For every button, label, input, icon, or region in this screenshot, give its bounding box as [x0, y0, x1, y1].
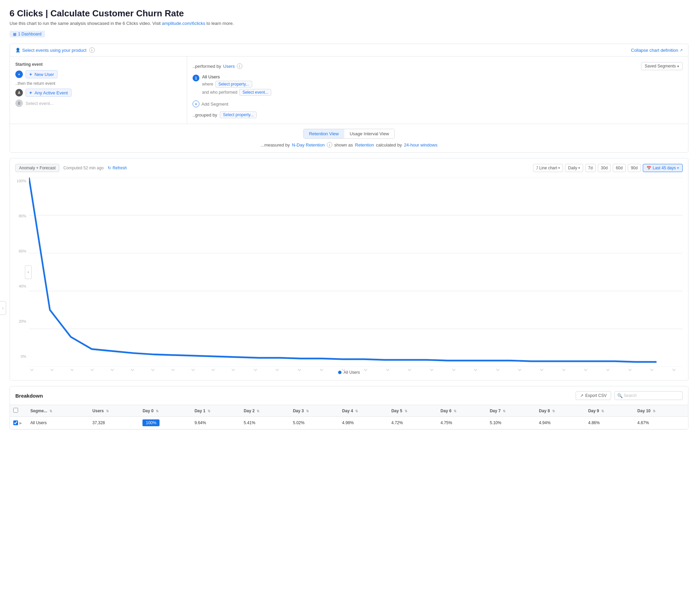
starting-event-row: + New User — [15, 70, 181, 78]
info-icon-nday[interactable]: i — [327, 142, 332, 148]
th-day2[interactable]: Day 2 ⇅ — [240, 405, 289, 417]
date-range-btn[interactable]: Last 45 days — [643, 164, 683, 172]
collapse-chart-link[interactable]: Collapse chart definition — [631, 48, 683, 53]
th-day0[interactable]: Day 0 ⇅ — [139, 405, 191, 417]
grouped-by-row: ..grouped by Select property... — [193, 111, 683, 118]
td-day10: 4.87% — [634, 417, 688, 429]
x-label-day21: Day 21 — [473, 369, 484, 372]
select-property-btn[interactable]: Select property... — [215, 81, 252, 87]
users-link[interactable]: Users — [223, 64, 235, 69]
y-tick-20: 20% — [19, 319, 26, 323]
chart-section: Anomaly + Forecast Computed 52 min ago ↻… — [10, 158, 688, 381]
retention-chart-svg — [29, 178, 683, 367]
x-label-day6: Day 6 — [151, 369, 159, 372]
add-segment-label[interactable]: Add Segment — [201, 101, 228, 107]
retention-link[interactable]: Retention — [355, 142, 374, 148]
return-event-b-btn[interactable]: Select event... — [26, 101, 54, 106]
th-day6[interactable]: Day 6 ⇅ — [437, 405, 486, 417]
starting-event-label: Starting event — [15, 62, 181, 67]
panel-right: ..performed by Users i Saved Segments 1 … — [187, 57, 688, 124]
th-users[interactable]: Users ⇅ — [89, 405, 139, 417]
amplitude-link[interactable]: amplitude.com/6clicks — [162, 21, 205, 26]
x-label-day28: Day 28 — [628, 369, 638, 372]
24hour-link[interactable]: 24-hour windows — [404, 142, 437, 148]
range-90d-btn[interactable]: 90d — [628, 164, 641, 172]
usage-interval-tab[interactable]: Usage Interval View — [344, 129, 394, 138]
x-label-day2: Day 2 — [70, 369, 79, 372]
line-chart-icon: ⤴ — [536, 166, 538, 170]
view-tabs-section: Retention View Usage Interval View ...me… — [10, 124, 688, 152]
x-label-day12: Day 12 — [275, 369, 285, 372]
y-tick-60: 60% — [19, 249, 26, 253]
starting-event-btn[interactable]: New User — [26, 70, 58, 78]
chart-wrapper: 100% 80% 60% 40% 20% 0% — [15, 178, 683, 367]
grouped-by-btn[interactable]: Select property... — [220, 111, 257, 118]
x-label-day14: Day 14 — [319, 369, 330, 372]
breakdown-actions: Export CSV 🔍 — [576, 391, 683, 400]
th-checkbox — [10, 405, 27, 417]
period-btn[interactable]: Daily — [565, 164, 583, 172]
segment-num: 1 — [193, 75, 199, 81]
x-label-day17: Day 17 — [386, 369, 396, 372]
export-csv-btn[interactable]: Export CSV — [576, 391, 611, 400]
breakdown-title: Breakdown — [15, 393, 43, 398]
th-day8[interactable]: Day 8 ⇅ — [535, 405, 585, 417]
retention-view-tab[interactable]: Retention View — [304, 129, 344, 138]
y-tick-0: 0% — [21, 354, 26, 359]
day0-value: 100% — [142, 419, 159, 426]
add-segment-icon[interactable]: + — [193, 100, 199, 107]
x-label-day8: Day 8 — [191, 369, 200, 372]
x-label-day10: Day 10 — [231, 369, 241, 372]
x-label-day1: Day 1 — [50, 369, 59, 372]
th-day7[interactable]: Day 7 ⇅ — [486, 405, 535, 417]
row-checkbox[interactable] — [13, 420, 18, 425]
x-label-day18: Day 18 — [407, 369, 418, 372]
view-tabs: Retention View Usage Interval View — [303, 129, 395, 139]
th-day9[interactable]: Day 9 ⇅ — [585, 405, 634, 417]
x-label-day3: Day 3 — [90, 369, 99, 372]
page-container: 6 Clicks | Calculate Customer Churn Rate… — [0, 0, 698, 616]
range-30d-btn[interactable]: 30d — [598, 164, 611, 172]
n-day-retention-link[interactable]: N-Day Retention — [292, 142, 325, 148]
x-label-day11: Day 11 — [253, 369, 263, 372]
range-60d-btn[interactable]: 60d — [613, 164, 626, 172]
page-title: 6 Clicks | Calculate Customer Churn Rate — [10, 8, 688, 19]
td-checkbox: ▶ — [10, 417, 27, 429]
range-7d-btn[interactable]: 7d — [585, 164, 596, 172]
x-label-day22: Day 22 — [495, 369, 506, 372]
th-day5[interactable]: Day 5 ⇅ — [388, 405, 437, 417]
info-icon-events[interactable]: i — [89, 47, 95, 53]
y-tick-80: 80% — [19, 214, 26, 218]
x-label-day15: Day 15 — [341, 369, 351, 372]
return-event-a-btn[interactable]: Any Active Event — [26, 88, 72, 97]
x-label-day7: Day 7 — [171, 369, 180, 372]
select-all-checkbox[interactable] — [13, 408, 18, 412]
td-day2: 5.41% — [240, 417, 289, 429]
chart-nav-left[interactable]: ‹ — [25, 265, 32, 279]
th-day3[interactable]: Day 3 ⇅ — [289, 405, 338, 417]
th-day1[interactable]: Day 1 ⇅ — [191, 405, 240, 417]
chart-toolbar-right: ⤴ Line chart Daily 7d 30d 60d 90d Last 4… — [533, 164, 683, 172]
x-label-day9: Day 9 — [211, 369, 220, 372]
x-label-day23: Day 23 — [517, 369, 528, 372]
chart-toolbar: Anomaly + Forecast Computed 52 min ago ↻… — [15, 164, 683, 172]
info-icon-users[interactable]: i — [237, 64, 242, 69]
anomaly-forecast-btn[interactable]: Anomaly + Forecast — [15, 164, 59, 172]
chart-type-btn[interactable]: ⤴ Line chart — [533, 164, 563, 172]
select-event-btn[interactable]: Select event... — [239, 89, 271, 96]
performed-by: ..performed by Users i — [193, 64, 242, 69]
refresh-btn[interactable]: ↻ Refresh — [108, 166, 127, 170]
sidebar-toggle[interactable]: › — [0, 301, 6, 315]
th-segment[interactable]: Segme... ⇅ — [27, 405, 89, 417]
breakdown-search-input[interactable] — [614, 391, 683, 400]
dashboard-badge[interactable]: 1 Dashboard — [10, 31, 45, 38]
td-day4: 4.98% — [339, 417, 388, 429]
add-segment-row: + Add Segment — [193, 100, 683, 107]
th-day4[interactable]: Day 4 ⇅ — [339, 405, 388, 417]
select-events-link[interactable]: Select events using your product — [15, 48, 87, 53]
th-day10[interactable]: Day 10 ⇅ — [634, 405, 688, 417]
td-day7: 5.10% — [486, 417, 535, 429]
td-segment-name: All Users — [27, 417, 89, 429]
row-expand-btn[interactable]: ▶ — [19, 421, 22, 425]
saved-segments-btn[interactable]: Saved Segments — [641, 62, 683, 70]
